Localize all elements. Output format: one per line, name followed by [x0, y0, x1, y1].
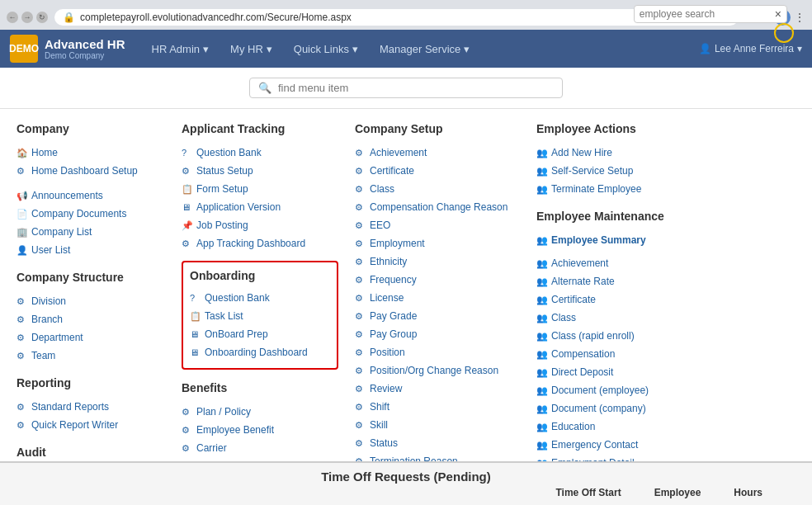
dept-icon: ⚙	[17, 331, 28, 345]
menu-task-list[interactable]: 📋Task List	[190, 307, 330, 325]
menu-cs-achievement[interactable]: ⚙Achievement	[355, 144, 520, 162]
menu-em-doc-company[interactable]: 👥Document (company)	[536, 399, 701, 418]
company-column: Company 🏠Home ⚙Home Dashboard Setup 📢Ann…	[17, 122, 165, 451]
url-text: completepayroll.evolutionadvancedhr.com/…	[80, 12, 352, 23]
nav-my-hr[interactable]: My HR ▾	[220, 36, 282, 62]
menu-onboard-prep[interactable]: 🖥OnBoard Prep	[190, 325, 330, 343]
menu-question-bank-ob[interactable]: ?Question Bank	[190, 289, 330, 307]
nav-items: HR Admin ▾ My HR ▾ Quick Links ▾ Manager…	[142, 36, 699, 62]
logo-text: Advanced HR Demo Company	[45, 37, 125, 60]
menu-em-education[interactable]: 👥Education	[536, 418, 701, 436]
menu-add-new-hire[interactable]: 👥Add New Hire	[536, 144, 701, 162]
menu-home-dashboard-setup[interactable]: ⚙Home Dashboard Setup	[17, 162, 165, 180]
company-section-title: Company	[17, 122, 165, 135]
user-info[interactable]: 👤 Lee Anne Ferreira ▾	[699, 43, 802, 54]
onboarding-title: Onboarding	[190, 269, 330, 282]
em-alt-icon: 👥	[536, 275, 548, 289]
menu-form-setup[interactable]: 📋Form Setup	[182, 180, 338, 198]
menu-em-class-rapid[interactable]: 👥Class (rapid enroll)	[536, 327, 701, 345]
menu-department[interactable]: ⚙Department	[17, 328, 165, 347]
menu-question-bank-at[interactable]: ?Question Bank	[182, 144, 338, 162]
nav-hr-admin[interactable]: HR Admin ▾	[142, 36, 220, 62]
menu-cs-position-org[interactable]: ⚙Position/Org Change Reason	[355, 361, 520, 380]
menu-self-service-setup[interactable]: 👥Self-Service Setup	[536, 162, 701, 180]
menu-cs-shift[interactable]: ⚙Shift	[355, 398, 520, 416]
search-icon: 🔍	[258, 82, 271, 94]
menu-cs-pay-group[interactable]: ⚙Pay Group	[355, 325, 520, 343]
menu-user-list[interactable]: 👤User List	[17, 241, 165, 259]
search-close-button[interactable]: ×	[775, 7, 781, 21]
menu-announcements[interactable]: 📢Announcements	[17, 186, 165, 205]
menu-cs-license[interactable]: ⚙License	[355, 289, 520, 307]
cs-eth-icon: ⚙	[355, 255, 366, 269]
menu-cs-status[interactable]: ⚙Status	[355, 434, 520, 452]
menu-em-class[interactable]: 👥Class	[536, 309, 701, 327]
menu-em-doc-employee[interactable]: 👥Document (employee)	[536, 381, 701, 399]
menu-quick-report[interactable]: ⚙Quick Report Writer	[17, 416, 165, 434]
settings-icon: ⚙	[17, 164, 28, 178]
menu-em-emergency-contact[interactable]: 👥Emergency Contact	[536, 436, 701, 454]
menu-employee-benefit[interactable]: ⚙Employee Benefit	[182, 421, 338, 439]
cs-comp-icon: ⚙	[355, 201, 366, 215]
menu-home[interactable]: 🏠Home	[17, 144, 165, 162]
applicant-column: Applicant Tracking ?Question Bank ⚙Statu…	[182, 122, 338, 451]
menu-cs-position[interactable]: ⚙Position	[355, 343, 520, 361]
nav-quick-links[interactable]: Quick Links ▾	[284, 36, 368, 62]
back-button[interactable]: ←	[7, 12, 18, 23]
cs-skill-icon: ⚙	[355, 418, 366, 432]
menu-em-certificate[interactable]: 👥Certificate	[536, 290, 701, 309]
company-name: Advanced HR	[45, 37, 125, 51]
menu-cs-skill[interactable]: ⚙Skill	[355, 416, 520, 434]
menu-division[interactable]: ⚙Division	[17, 292, 165, 310]
menu-status-setup[interactable]: ⚙Status Setup	[182, 162, 338, 180]
menu-app-tracking-dashboard[interactable]: ⚙App Tracking Dashboard	[182, 234, 338, 252]
onboarding-box: Onboarding ?Question Bank 📋Task List 🖥On…	[182, 261, 338, 370]
menu-em-alt-rate[interactable]: 👥Alternate Rate	[536, 272, 701, 290]
forward-button[interactable]: →	[21, 12, 33, 23]
cs-lic-icon: ⚙	[355, 291, 366, 305]
cs-rev-icon: ⚙	[355, 382, 366, 396]
menu-company-documents[interactable]: 📄Company Documents	[17, 205, 165, 223]
menu-standard-reports[interactable]: ⚙Standard Reports	[17, 398, 165, 416]
menu-search-input[interactable]	[278, 82, 554, 94]
menu-cs-comp-change-reason[interactable]: ⚙Compensation Change Reason	[355, 198, 520, 216]
menu-company-list[interactable]: 🏢Company List	[17, 223, 165, 241]
menu-cs-certificate[interactable]: ⚙Certificate	[355, 162, 520, 180]
cs-eeo-icon: ⚙	[355, 219, 366, 233]
employee-search-input[interactable]	[640, 8, 772, 20]
menu-plan-policy[interactable]: ⚙Plan / Policy	[182, 403, 338, 421]
nav-quick-links-label: Quick Links	[294, 43, 349, 55]
ob-prep-icon: 🖥	[190, 328, 201, 342]
company-setup-column: Company Setup ⚙Achievement ⚙Certificate …	[355, 122, 520, 451]
employee-actions-title: Employee Actions	[536, 122, 701, 135]
qbank-icon: ?	[182, 146, 193, 160]
menu-employee-summary[interactable]: 👥Employee Summary	[536, 231, 701, 249]
cs-ach-icon: ⚙	[355, 146, 366, 160]
menu-app-version[interactable]: 🖥Application Version	[182, 198, 338, 216]
menu-em-achievement[interactable]: 👥Achievement	[536, 254, 701, 272]
menu-cs-review[interactable]: ⚙Review	[355, 380, 520, 398]
menu-cs-ethnicity[interactable]: ⚙Ethnicity	[355, 252, 520, 271]
refresh-button[interactable]: ↻	[36, 12, 48, 23]
menu-cs-class[interactable]: ⚙Class	[355, 180, 520, 198]
ob-qbank-icon: ?	[190, 291, 201, 305]
logo-area: DEMO Advanced HR Demo Company	[10, 35, 125, 63]
menu-team[interactable]: ⚙Team	[17, 347, 165, 365]
menu-em-compensation[interactable]: 👥Compensation	[536, 345, 701, 363]
menu-terminate-employee[interactable]: 👥Terminate Employee	[536, 180, 701, 198]
company-structure-title: Company Structure	[17, 271, 165, 284]
menu-cs-frequency[interactable]: ⚙Frequency	[355, 271, 520, 289]
menu-em-direct-deposit[interactable]: 👥Direct Deposit	[536, 363, 701, 381]
menu-cs-employment[interactable]: ⚙Employment	[355, 234, 520, 252]
menu-search-box[interactable]: 🔍	[249, 78, 563, 98]
menu-icon[interactable]: ⋮	[794, 11, 805, 24]
menu-cs-pay-grade[interactable]: ⚙Pay Grade	[355, 307, 520, 325]
banner-columns: Time Off Start Employee Hours	[17, 487, 795, 498]
menu-onboarding-dashboard[interactable]: 🖥Onboarding Dashboard	[190, 343, 330, 361]
menu-cs-eeo[interactable]: ⚙EEO	[355, 216, 520, 234]
menu-carrier[interactable]: ⚙Carrier	[182, 439, 338, 457]
nav-manager-service[interactable]: Manager Service ▾	[370, 36, 479, 62]
add-hire-icon: 👥	[536, 146, 548, 160]
menu-branch[interactable]: ⚙Branch	[17, 310, 165, 328]
menu-job-posting[interactable]: 📌Job Posting	[182, 216, 338, 234]
